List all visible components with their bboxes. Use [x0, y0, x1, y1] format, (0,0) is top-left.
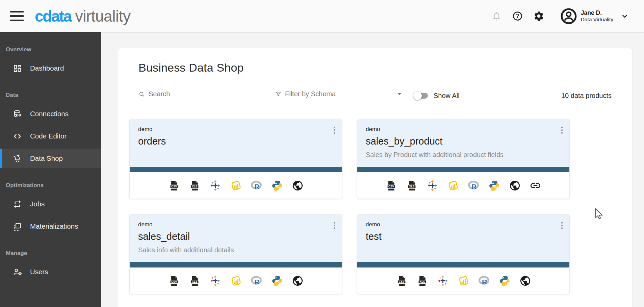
user-menu[interactable]: Jane D. Data Virtuality [560, 7, 629, 25]
sidebar-item-connections[interactable]: Connections [0, 104, 101, 124]
sidebar-item-label: Code Editor [30, 132, 67, 140]
user-gear-icon [13, 267, 22, 277]
data-product-card-orders[interactable]: demo orders CSVXLSR [129, 119, 342, 199]
cart-icon [13, 154, 22, 163]
menu-hamburger-button[interactable] [10, 11, 24, 21]
card-export-icons: CSVXLSR [357, 267, 569, 294]
python-export-icon[interactable] [271, 180, 283, 191]
xls-export-icon[interactable]: XLS [416, 275, 428, 287]
xls-export-icon[interactable]: XLS [189, 275, 201, 287]
csv-export-icon[interactable]: CSV [168, 275, 180, 287]
web-export-icon[interactable] [509, 180, 521, 191]
nav-section-label-data: Data [6, 92, 101, 99]
card-header: demo sales_by_product Sales by Product w… [357, 119, 569, 167]
powerbi-export-icon[interactable] [230, 180, 242, 191]
sidebar-item-jobs[interactable]: Jobs [0, 194, 101, 214]
notifications-bell-icon[interactable] [491, 11, 502, 21]
web-export-icon[interactable] [292, 180, 304, 191]
help-icon[interactable]: ? [512, 11, 523, 21]
link-export-icon[interactable] [530, 180, 541, 191]
card-export-icons: CSVXLSR [130, 267, 342, 294]
csv-export-icon[interactable]: CSV [385, 180, 397, 191]
card-accent-bar [130, 167, 342, 172]
card-menu-button[interactable] [559, 125, 565, 136]
xls-export-icon[interactable]: XLS [189, 180, 201, 191]
xls-export-icon[interactable]: XLS [406, 180, 418, 191]
powerbi-export-icon[interactable] [458, 275, 469, 287]
tableau-export-icon[interactable] [437, 275, 449, 287]
r-export-icon[interactable]: R [251, 275, 262, 287]
tableau-export-icon[interactable] [427, 180, 438, 191]
tableau-export-icon[interactable] [209, 180, 221, 191]
svg-text:?: ? [516, 13, 519, 19]
tableau-export-icon[interactable] [209, 275, 221, 287]
card-header: demo orders [130, 119, 342, 167]
nav-section-label-optimizations: Optimizations [6, 182, 101, 189]
card-menu-button[interactable] [559, 220, 565, 231]
card-schema: demo [366, 126, 550, 133]
logo-cdata: cdata [35, 7, 71, 25]
chevron-down-icon[interactable] [621, 12, 629, 20]
r-export-icon[interactable]: R [251, 180, 262, 191]
show-all-toggle[interactable] [414, 93, 428, 99]
card-export-icons: CSVXLSR [357, 172, 569, 199]
schema-filter-dropdown[interactable]: Filter by Schema [275, 90, 402, 101]
sidebar-divider [6, 241, 101, 241]
nav-section-label-manage: Manage [6, 250, 101, 257]
card-header: demo test [357, 214, 569, 262]
card-description: Sales by Product with additional product… [366, 151, 550, 159]
controls-row: Filter by Schema Show All 10 data produc… [138, 90, 612, 101]
svg-text:CSV: CSV [399, 280, 405, 283]
sidebar-item-code-editor[interactable]: Code Editor [0, 126, 101, 146]
content-panel: Business Data Shop Filter by Schema Show… [118, 48, 632, 307]
svg-text:R: R [254, 182, 259, 190]
sidebar-item-label: Materializations [30, 222, 78, 230]
code-icon [13, 132, 22, 141]
data-product-card-test[interactable]: demo test CSVXLSR [357, 214, 570, 294]
card-schema: demo [366, 221, 550, 228]
svg-text:XLS: XLS [419, 280, 425, 283]
web-export-icon[interactable] [519, 275, 531, 287]
search-input[interactable] [149, 90, 265, 98]
card-title: orders [138, 136, 323, 147]
sidebar-item-dashboard[interactable]: Dashboard [0, 58, 101, 78]
card-title: sales_by_product [366, 136, 550, 147]
r-export-icon[interactable]: R [468, 180, 480, 191]
search-field[interactable] [138, 90, 265, 101]
user-organization: Data Virtuality [581, 17, 613, 23]
sidebar-divider [6, 83, 101, 83]
sidebar-item-label: Data Shop [30, 154, 63, 162]
sidebar-nav: OverviewDashboardDataConnectionsCode Edi… [0, 32, 101, 307]
data-product-card-sales-detail[interactable]: demo sales_detail Sales info with additi… [129, 214, 342, 294]
settings-gear-icon[interactable] [533, 10, 544, 22]
python-export-icon[interactable] [488, 180, 500, 191]
user-avatar-icon [560, 7, 577, 25]
connections-icon [13, 109, 22, 119]
nav-section-label-overview: Overview [6, 46, 101, 53]
csv-export-icon[interactable]: CSV [396, 275, 408, 287]
card-accent-bar [357, 262, 569, 267]
svg-text:CSV: CSV [171, 280, 177, 283]
card-menu-button[interactable] [332, 125, 337, 136]
sidebar-item-label: Jobs [30, 200, 45, 208]
sidebar-item-data-shop[interactable]: Data Shop [0, 149, 101, 168]
powerbi-export-icon[interactable] [230, 275, 242, 287]
data-products-grid: demo orders CSVXLSR demo sales_by_produc… [129, 119, 620, 294]
csv-export-icon[interactable]: CSV [168, 180, 180, 191]
sidebar-divider [6, 173, 101, 173]
svg-text:R: R [482, 278, 487, 285]
card-menu-button[interactable] [332, 220, 337, 231]
sidebar-item-users[interactable]: Users [0, 262, 101, 282]
data-product-card-sales-by-product[interactable]: demo sales_by_product Sales by Product w… [357, 119, 570, 199]
python-export-icon[interactable] [271, 275, 283, 287]
sidebar-item-label: Users [30, 268, 48, 276]
r-export-icon[interactable]: R [478, 275, 490, 287]
filter-label: Filter by Schema [285, 90, 336, 98]
powerbi-export-icon[interactable] [447, 180, 459, 191]
python-export-icon[interactable] [499, 275, 511, 287]
user-name: Jane D. [581, 9, 613, 17]
sidebar-item-materializations[interactable]: Materializations [0, 216, 101, 236]
web-export-icon[interactable] [292, 275, 304, 287]
header-actions: ? Jane D. Data Virtuality [491, 7, 629, 25]
card-schema: demo [138, 126, 323, 133]
